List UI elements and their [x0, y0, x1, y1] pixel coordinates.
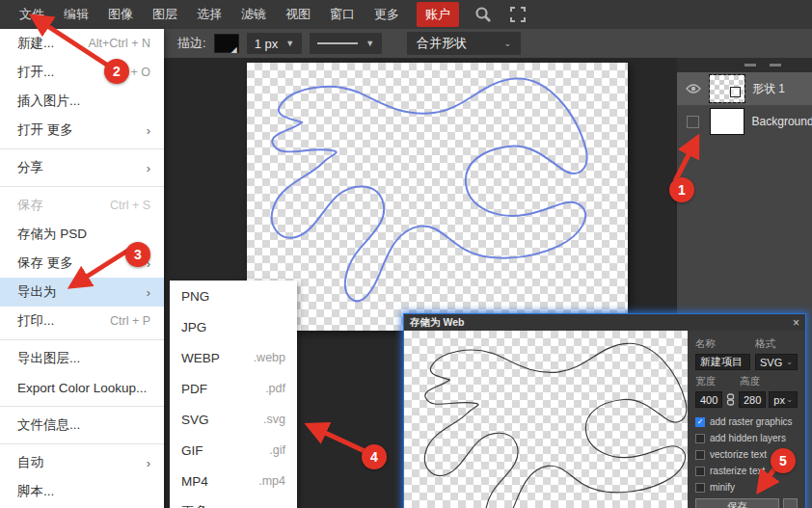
checkbox[interactable]: [695, 450, 705, 460]
layer-row[interactable]: 形状 1: [677, 72, 812, 105]
name-input[interactable]: 新建项目: [695, 354, 750, 370]
export-option[interactable]: rasterize text: [695, 466, 798, 476]
format-extension: .mp4: [258, 474, 285, 488]
menu-item-label: 新建...: [17, 35, 54, 52]
checkbox-label: rasterize text: [710, 466, 765, 476]
checkbox[interactable]: [695, 434, 705, 443]
eye-icon[interactable]: [685, 83, 702, 94]
export-option[interactable]: ✓add raster graphics: [695, 416, 798, 427]
file-menu-item[interactable]: 导出图层...: [0, 344, 164, 373]
checkbox[interactable]: [695, 467, 705, 476]
width-label: 宽度: [695, 375, 740, 388]
export-format-item[interactable]: WEBP.webp: [170, 342, 297, 373]
menu-5[interactable]: 滤镜: [231, 2, 276, 27]
stroke-label: 描边:: [177, 35, 206, 52]
close-icon[interactable]: ×: [793, 316, 799, 330]
checkbox[interactable]: [695, 483, 705, 493]
export-preview-artwork: [404, 331, 688, 508]
swatch-arrow-icon: ◢: [230, 45, 236, 54]
menu-4[interactable]: 选择: [187, 2, 231, 27]
export-format-item[interactable]: SVG.svg: [170, 404, 297, 435]
submenu-arrow-icon: ›: [147, 161, 150, 175]
menu-divider: [0, 339, 164, 340]
menu-item-label: 分享: [17, 159, 43, 176]
file-menu-item[interactable]: 打印...Ctrl + P: [0, 307, 164, 335]
stroke-color-swatch[interactable]: ◢: [214, 34, 239, 53]
search-icon[interactable]: [473, 4, 494, 25]
format-name: WEBP: [181, 351, 220, 365]
menu-0[interactable]: 文件: [10, 2, 54, 27]
combine-mode-value: 合并形状: [417, 35, 467, 52]
file-menu-item[interactable]: Export Color Lookup...: [0, 373, 164, 402]
menu-divider: [0, 186, 164, 187]
checkbox[interactable]: ✓: [695, 417, 705, 427]
menu-item-label: 存储为 PSD: [17, 226, 87, 243]
menu-2[interactable]: 图像: [98, 2, 143, 27]
save-button[interactable]: 保存: [695, 498, 779, 508]
file-menu-item[interactable]: 插入图片...: [0, 87, 164, 116]
dialog-title: 存储为 Web: [410, 316, 464, 330]
format-extension: .webp: [254, 351, 285, 364]
menu-8[interactable]: 更多: [365, 2, 409, 27]
name-value: 新建项目: [700, 355, 743, 369]
menu-item-label: 打印...: [17, 312, 54, 330]
export-format-item[interactable]: GIF.gif: [170, 435, 297, 466]
export-format-item[interactable]: PDF.pdf: [170, 373, 297, 404]
file-menu-item[interactable]: 脚本...: [0, 477, 164, 506]
file-menu-item[interactable]: 分享›: [0, 153, 164, 182]
menu-divider: [0, 148, 164, 149]
menu-item-shortcut: Alt+Ctrl + N: [88, 37, 150, 50]
layers-panel-header: [677, 58, 812, 72]
checkbox-label: minify: [710, 482, 735, 493]
file-menu-item[interactable]: 文件信息...: [0, 411, 164, 440]
height-input[interactable]: 280: [739, 391, 766, 408]
chevron-down-icon: ▼: [365, 39, 374, 48]
stroke-style-dropdown[interactable]: ▼: [310, 33, 382, 54]
visibility-checkbox[interactable]: [685, 116, 702, 128]
document-canvas[interactable]: [247, 63, 628, 331]
menu-7[interactable]: 窗口: [320, 2, 365, 27]
layer-thumbnail[interactable]: [710, 108, 744, 135]
file-menu-item[interactable]: 自动›: [0, 448, 164, 477]
export-option[interactable]: add hidden layers: [695, 433, 798, 443]
file-menu-item[interactable]: 存储为 PSD: [0, 220, 164, 249]
layer-row[interactable]: Background: [677, 105, 812, 138]
file-menu-item[interactable]: 保存Ctrl + S: [0, 191, 164, 220]
export-preview: [404, 331, 688, 508]
layer-name: 形状 1: [752, 81, 785, 97]
format-select[interactable]: SVG ⌄: [755, 354, 798, 370]
format-name: 更多: [181, 503, 207, 508]
export-option[interactable]: vectorize text: [695, 449, 798, 460]
file-menu-item[interactable]: 保存 更多›: [0, 249, 164, 278]
file-menu-item[interactable]: 新建...Alt+Ctrl + N: [0, 29, 164, 58]
export-option[interactable]: minify: [695, 482, 798, 493]
account-button[interactable]: 账户: [417, 2, 459, 27]
combine-mode-select[interactable]: 合并形状 ⌄: [407, 32, 521, 55]
photopea-app: 文件编辑图像图层选择滤镜视图窗口更多 账户 描边: ◢ 1 px ▼ ▼ 合并形…: [0, 0, 812, 508]
export-format-item[interactable]: PNG: [170, 281, 297, 311]
width-value: 400: [700, 394, 717, 406]
menu-1[interactable]: 编辑: [54, 2, 98, 27]
fullscreen-icon[interactable]: [507, 4, 528, 25]
menu-6[interactable]: 视图: [276, 2, 320, 27]
height-label: 高度: [740, 375, 760, 388]
export-format-item[interactable]: 更多›: [170, 496, 297, 508]
stroke-width-dropdown[interactable]: 1 px ▼: [247, 33, 303, 54]
file-menu-item[interactable]: 打开...Ctrl + O: [0, 58, 164, 87]
dialog-titlebar[interactable]: 存储为 Web ×: [404, 314, 805, 331]
menu-3[interactable]: 图层: [143, 2, 187, 27]
menu-divider: [0, 443, 164, 444]
export-format-item[interactable]: MP4.mp4: [170, 466, 297, 496]
format-name: MP4: [181, 474, 208, 489]
link-dimensions-icon[interactable]: [725, 393, 736, 406]
width-input[interactable]: 400: [695, 391, 722, 408]
file-menu-item[interactable]: 打开 更多›: [0, 116, 164, 145]
file-menu-item[interactable]: 导出为›: [0, 278, 164, 307]
unit-select[interactable]: px ⌄: [769, 391, 798, 408]
layer-thumbnail[interactable]: [710, 75, 744, 102]
line-style-icon: [317, 42, 358, 44]
save-more-button[interactable]: ...: [783, 498, 798, 508]
format-extension: .pdf: [265, 382, 285, 395]
export-format-item[interactable]: JPG: [170, 311, 297, 342]
submenu-arrow-icon: ›: [147, 285, 150, 300]
